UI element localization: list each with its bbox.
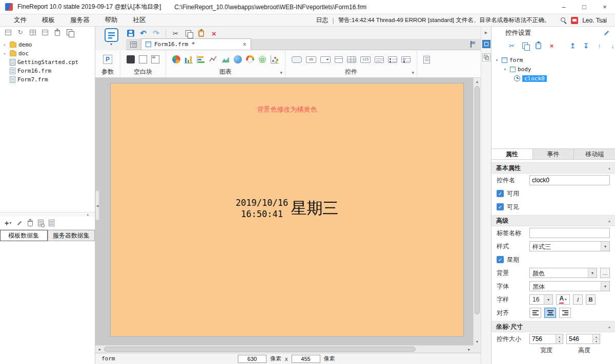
expand-arrow-icon[interactable]: ▾ xyxy=(496,58,500,62)
column-chart-icon[interactable] xyxy=(184,55,193,63)
background-detail-button[interactable]: … xyxy=(600,268,610,278)
tree-node-clock0[interactable]: clock0 xyxy=(491,74,615,83)
tab-template-dataset[interactable]: 模板数据集 xyxy=(0,230,48,241)
move-down-button[interactable]: ↓ xyxy=(609,41,615,50)
cut-widget-button[interactable]: ✂ xyxy=(508,41,516,50)
delete-file-icon[interactable] xyxy=(54,29,60,36)
style-select[interactable]: 样式三 ▾ xyxy=(529,241,610,251)
scroll-left-icon[interactable]: ◄ xyxy=(95,348,103,351)
italic-button[interactable]: I xyxy=(573,294,583,305)
font-size-select[interactable]: 16 ▾ xyxy=(529,294,553,305)
section-coords-size[interactable]: 坐标·尺寸 ▴ xyxy=(491,321,615,332)
enabled-checkbox[interactable]: ✓ xyxy=(497,190,504,197)
form-body[interactable]: 背景色修改为橘黄色 2019/10/16 16:50:41 星期三 xyxy=(110,83,464,337)
width-spinner-input[interactable] xyxy=(530,334,556,344)
save-button[interactable] xyxy=(126,29,135,38)
spinner-up-icon[interactable]: ▴ xyxy=(556,334,563,339)
tag-name-input[interactable] xyxy=(529,228,610,238)
menu-template[interactable]: 模板 xyxy=(34,16,63,25)
expand-arrow-icon[interactable]: ▾ xyxy=(504,67,508,72)
align-left-button[interactable] xyxy=(529,308,541,318)
font-color-button[interactable]: A ▾ xyxy=(556,294,570,305)
menu-server[interactable]: 服务器 xyxy=(63,16,97,25)
body-height-input[interactable] xyxy=(292,355,320,363)
collapse-arrow-icon[interactable]: ▸ xyxy=(4,42,8,47)
radio-group-widget-icon[interactable] xyxy=(401,56,411,63)
copy-widget-button[interactable] xyxy=(521,41,529,50)
scatter-chart-icon[interactable] xyxy=(271,55,279,63)
report-block-icon[interactable] xyxy=(127,55,135,63)
close-button[interactable]: × xyxy=(594,0,615,14)
tree-item-doc[interactable]: ▸ doc xyxy=(0,49,95,58)
collapse-right-panel[interactable]: ▶ xyxy=(481,31,491,35)
height-spinner-input[interactable] xyxy=(567,334,592,344)
dataset-panel-collapse[interactable]: ▴ xyxy=(0,212,95,217)
move-to-bottom-button[interactable]: ↧ xyxy=(582,41,590,50)
paste-button[interactable] xyxy=(197,29,206,38)
spinner-down-icon[interactable]: ▾ xyxy=(556,339,563,344)
component-list-panel-toggle[interactable] xyxy=(482,53,490,61)
clock-widget[interactable]: 2019/10/16 16:50:41 星期三 xyxy=(111,197,463,220)
tree-item-form7[interactable]: Form7.frm xyxy=(0,75,95,84)
body-width-input[interactable] xyxy=(238,355,266,363)
font-select[interactable]: 黑体 ▾ xyxy=(529,281,610,291)
refresh-icon[interactable]: ↻ xyxy=(17,29,24,36)
copy-file-icon[interactable] xyxy=(66,29,73,36)
radar-chart-icon[interactable] xyxy=(258,55,266,63)
align-center-button[interactable] xyxy=(544,308,556,318)
button-widget-icon[interactable] xyxy=(292,56,302,63)
section-advanced[interactable]: 高级 ▴ xyxy=(491,215,615,226)
textarea-widget-icon[interactable] xyxy=(375,56,384,63)
bar-chart-icon[interactable] xyxy=(197,55,205,63)
redo-button[interactable]: ↷ xyxy=(152,29,160,38)
menu-community[interactable]: 社区 xyxy=(126,16,154,25)
textfield-widget-icon[interactable]: ab xyxy=(306,56,316,63)
tab-block-icon[interactable] xyxy=(151,55,159,63)
component-library-button[interactable]: ▾ xyxy=(102,28,120,49)
tree-node-body[interactable]: ▾ body xyxy=(491,65,615,74)
line-chart-icon[interactable] xyxy=(209,55,217,63)
datepicker-widget-icon[interactable] xyxy=(335,56,343,63)
section-basic-properties[interactable]: 基本属性 ▴ xyxy=(491,162,615,174)
absolute-block-icon[interactable] xyxy=(139,55,147,63)
tree-node-form[interactable]: ▾ form xyxy=(491,55,615,65)
preview-dataset-button[interactable] xyxy=(38,220,44,226)
template-version-icon[interactable] xyxy=(470,41,476,48)
tab-server-dataset[interactable]: 服务器数据集 xyxy=(48,230,95,241)
left-panel-splitter[interactable]: ◀ xyxy=(95,190,99,220)
number-widget-icon[interactable]: 123 xyxy=(360,56,371,63)
report-widget-icon[interactable] xyxy=(423,56,430,63)
tab-properties[interactable]: 属性 xyxy=(491,149,533,159)
collapse-all-icon[interactable] xyxy=(5,29,11,36)
edit-dataset-button[interactable] xyxy=(16,220,23,226)
visible-checkbox[interactable]: ✓ xyxy=(497,203,504,210)
menu-file[interactable]: 文件 xyxy=(6,16,34,25)
map-chart-icon[interactable] xyxy=(234,55,242,63)
widget-more-chevron-icon[interactable]: ▾ xyxy=(412,70,414,75)
username[interactable]: Leo. Tsai xyxy=(582,17,607,24)
horizontal-scroll-thumb[interactable] xyxy=(104,347,416,352)
tab-events[interactable]: 事件 xyxy=(533,149,575,159)
cut-button[interactable]: ✂ xyxy=(171,29,180,38)
bold-button[interactable]: B xyxy=(586,294,596,305)
width-spinner[interactable]: ▴ ▾ xyxy=(529,334,563,344)
document-tab-form16[interactable]: Form16.frm * × xyxy=(141,38,251,50)
close-tab-icon[interactable]: × xyxy=(242,41,247,48)
vertical-scrollbar[interactable]: ▲ ▼ xyxy=(473,78,481,345)
copy-button[interactable] xyxy=(184,29,193,38)
menu-help[interactable]: 帮助 xyxy=(97,16,126,25)
edit-pencil-icon[interactable] xyxy=(603,30,610,36)
tree-item-gettingstarted[interactable]: GettingStarted.cpt xyxy=(0,58,95,67)
spinner-down-icon[interactable]: ▾ xyxy=(593,339,600,344)
horizontal-scroll-track[interactable] xyxy=(103,346,465,353)
chart-more-chevron-icon[interactable]: ▾ xyxy=(280,70,282,75)
horizontal-scrollbar[interactable]: ◄ ► xyxy=(95,345,473,353)
checkbox-group-widget-icon[interactable] xyxy=(388,56,397,63)
table-widget-icon[interactable] xyxy=(347,56,356,63)
parameter-pane-icon[interactable]: P xyxy=(103,55,112,64)
week-checkbox[interactable]: ✓ xyxy=(497,256,504,263)
message-icon[interactable] xyxy=(571,17,578,24)
tab-mobile[interactable]: 移动端 xyxy=(574,149,615,159)
scroll-down-icon[interactable]: ▼ xyxy=(474,338,481,345)
delete-widget-button[interactable]: × xyxy=(548,41,556,50)
